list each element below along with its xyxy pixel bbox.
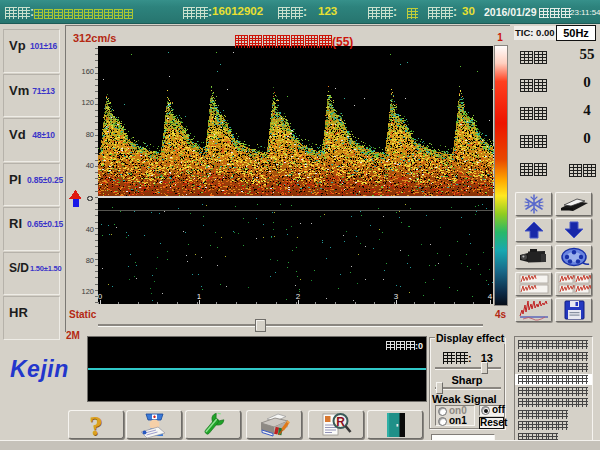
- svg-text:80: 80: [86, 256, 94, 265]
- svg-text:4: 4: [488, 292, 493, 301]
- svg-text:3: 3: [394, 292, 399, 301]
- svg-text:40: 40: [86, 161, 94, 170]
- svg-text:0: 0: [98, 292, 103, 301]
- svg-text:R: R: [336, 414, 345, 428]
- svg-text:Static: Static: [69, 309, 97, 320]
- svg-text:2: 2: [296, 292, 301, 301]
- svg-text:120: 120: [81, 98, 94, 107]
- svg-text:?: ?: [89, 411, 103, 439]
- svg-text:1: 1: [497, 32, 503, 43]
- svg-text:4s: 4s: [495, 309, 507, 320]
- svg-text:40: 40: [86, 225, 94, 234]
- svg-text:80: 80: [86, 130, 94, 139]
- svg-text:312cm/s: 312cm/s: [73, 32, 116, 44]
- svg-text:1: 1: [197, 292, 202, 301]
- svg-text:120: 120: [81, 287, 94, 296]
- svg-text:160: 160: [81, 67, 94, 76]
